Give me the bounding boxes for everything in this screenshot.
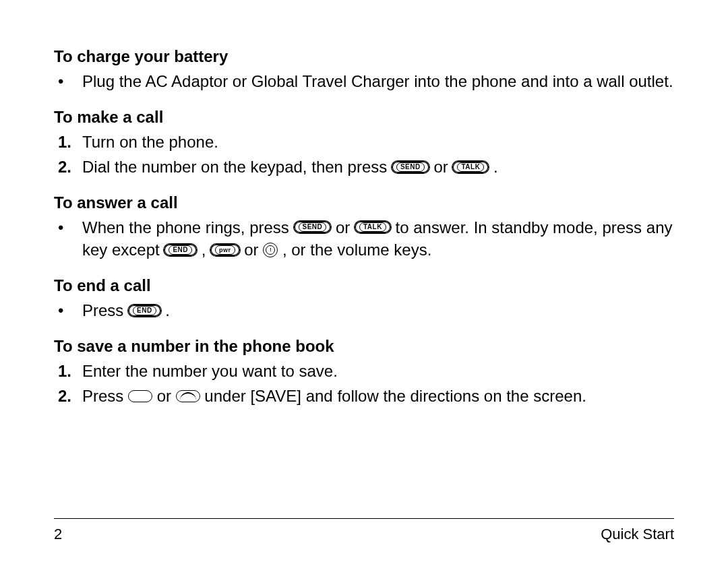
- pwr-button-icon: pwr: [210, 244, 240, 256]
- list-item-content: Enter the number you want to save.: [82, 360, 674, 383]
- section-heading: To save a number in the phone book: [54, 337, 674, 356]
- section-heading: To answer a call: [54, 193, 674, 212]
- list-item-content: Dial the number on the keypad, then pres…: [82, 156, 674, 179]
- text-run: or: [240, 241, 264, 259]
- softkey-plain-icon: [128, 390, 152, 402]
- text-run: When the phone rings, press: [82, 218, 294, 237]
- text-run: Plug the AC Adaptor or Global Travel Cha…: [82, 72, 673, 90]
- list-item: 2.Dial the number on the keypad, then pr…: [54, 156, 674, 179]
- text-run: Turn on the phone.: [82, 133, 218, 151]
- text-run: or: [331, 218, 355, 237]
- list-item-content: Turn on the phone.: [82, 131, 674, 154]
- text-run: .: [161, 301, 170, 319]
- list-item-content: When the phone rings, press SEND or TALK…: [82, 216, 674, 261]
- section-heading: To end a call: [54, 276, 674, 295]
- talk-button-icon: TALK: [452, 161, 489, 173]
- content-sections: To charge your battery•Plug the AC Adapt…: [54, 47, 674, 408]
- list-item: •Plug the AC Adaptor or Global Travel Ch…: [54, 70, 674, 93]
- list-marker: •: [54, 70, 82, 93]
- list-marker: 1.: [54, 360, 82, 383]
- page-footer: 2 Quick Start: [54, 518, 674, 543]
- text-run: Press: [82, 387, 128, 405]
- manual-page: To charge your battery•Plug the AC Adapt…: [0, 0, 728, 562]
- list-item: 1.Turn on the phone.: [54, 131, 674, 154]
- send-button-icon: SEND: [294, 221, 332, 233]
- send-button-icon: SEND: [392, 161, 429, 173]
- list-item: 1.Enter the number you want to save.: [54, 360, 674, 383]
- softkey-arc-icon: [176, 390, 200, 402]
- text-run: or: [429, 158, 453, 176]
- text-run: Enter the number you want to save.: [82, 362, 338, 380]
- list-item-content: Press or under [SAVE] and follow the dir…: [82, 385, 674, 408]
- list-marker: 1.: [54, 131, 82, 154]
- list-item: 2.Press or under [SAVE] and follow the d…: [54, 385, 674, 408]
- text-run: , or the volume keys.: [278, 241, 431, 259]
- list-marker: •: [54, 299, 82, 322]
- list-item-content: Plug the AC Adaptor or Global Travel Cha…: [82, 70, 674, 93]
- end-button-icon: END: [128, 305, 161, 317]
- end-button-icon: END: [164, 244, 197, 256]
- text-run: ,: [197, 241, 210, 259]
- list-marker: 2.: [54, 156, 82, 179]
- text-run: under [SAVE] and follow the directions o…: [200, 387, 586, 405]
- footer-title: Quick Start: [601, 526, 674, 543]
- list-marker: 2.: [54, 385, 82, 408]
- list-item: •When the phone rings, press SEND or TAL…: [54, 216, 674, 261]
- text-run: Press: [82, 301, 128, 319]
- page-number: 2: [54, 526, 62, 543]
- section-heading: To charge your battery: [54, 47, 674, 66]
- text-run: or: [152, 387, 176, 405]
- info-button-icon: !: [263, 243, 278, 257]
- section-heading: To make a call: [54, 108, 674, 127]
- text-run: .: [489, 158, 497, 176]
- text-run: Dial the number on the keypad, then pres…: [82, 158, 392, 176]
- list-item: •Press END .: [54, 299, 674, 322]
- list-item-content: Press END .: [82, 299, 674, 322]
- talk-button-icon: TALK: [355, 221, 391, 233]
- list-marker: •: [54, 216, 82, 239]
